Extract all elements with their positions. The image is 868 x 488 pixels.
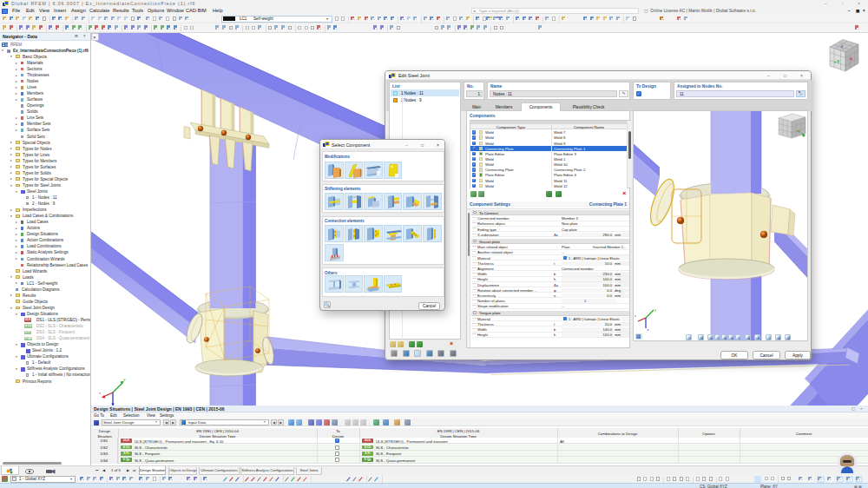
svg-text:xy: xy [797, 129, 800, 133]
svg-text:x: x [635, 314, 636, 318]
svg-text:x: x [99, 391, 101, 395]
svg-text:z: z [648, 328, 649, 332]
svg-text:y: y [124, 377, 126, 381]
svg-text:+Y: +Y [834, 59, 840, 64]
svg-text:×: × [93, 35, 96, 40]
svg-text:y: y [654, 308, 656, 312]
